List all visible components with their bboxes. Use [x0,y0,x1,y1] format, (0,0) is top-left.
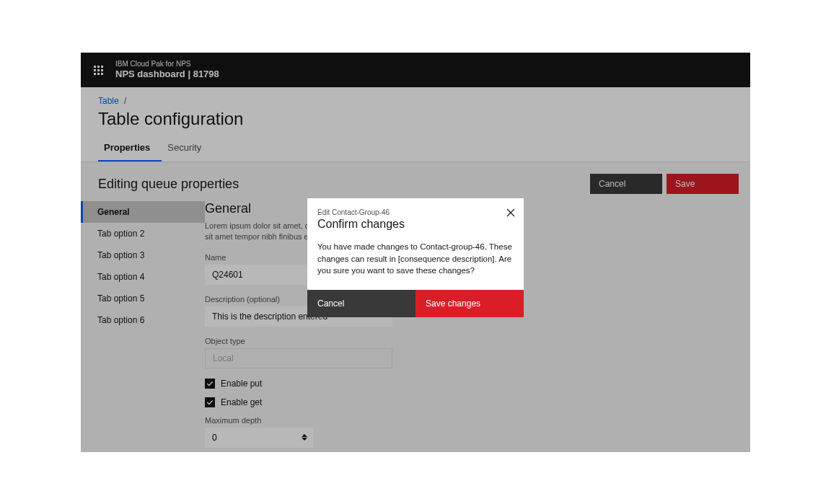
modal-header: Edit Contact-Group-46 Confirm changes [307,198,524,235]
modal-body: You have made changes to Contact-group-4… [307,235,524,290]
modal-save-button[interactable]: Save changes [416,290,524,317]
close-icon[interactable] [505,207,516,218]
modal-cancel-button[interactable]: Cancel [307,290,416,317]
modal-title: Confirm changes [317,218,514,231]
confirm-modal: Edit Contact-Group-46 Confirm changes Yo… [307,198,524,317]
modal-actions: Cancel Save changes [307,290,524,317]
modal-eyebrow: Edit Contact-Group-46 [317,208,514,216]
